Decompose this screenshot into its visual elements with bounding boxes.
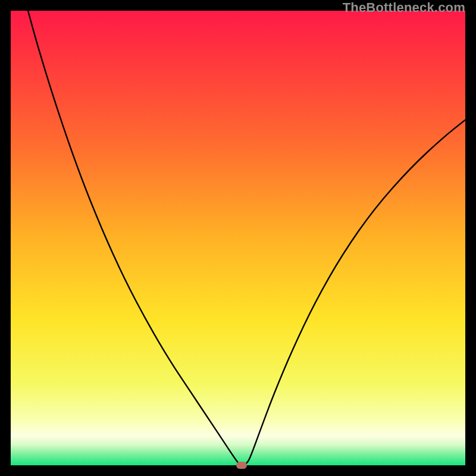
plot-frame bbox=[11, 11, 465, 465]
gradient-plot bbox=[11, 11, 465, 465]
gradient-background bbox=[11, 11, 465, 465]
optimal-marker bbox=[236, 462, 247, 469]
watermark-text: TheBottleneck.com bbox=[343, 0, 465, 15]
